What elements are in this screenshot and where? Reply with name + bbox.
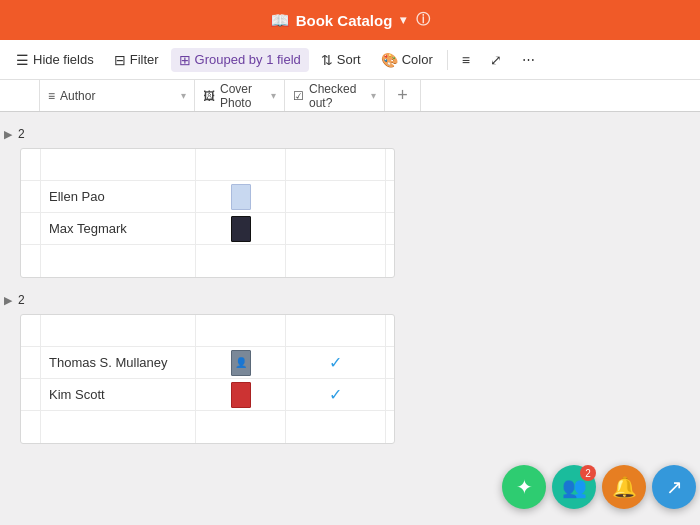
row-number xyxy=(21,379,41,410)
checkmark-icon: ✓ xyxy=(329,385,342,404)
add-icon: ✦ xyxy=(516,475,533,499)
author-col-chevron: ▾ xyxy=(181,90,186,101)
fab-users-button[interactable]: 👥 2 xyxy=(552,465,596,509)
group-icon: ⊞ xyxy=(179,52,191,68)
group-1-chevron[interactable]: ▶ xyxy=(4,128,12,141)
table-row: Kim Scott ✓ xyxy=(21,379,394,411)
sort-button[interactable]: ⇅ Sort xyxy=(313,48,369,72)
app-title: Book Catalog xyxy=(296,12,393,29)
group-1-table: Ellen Pao Max Tegmark xyxy=(20,148,395,278)
checked-col-icon: ☑ xyxy=(293,89,304,103)
color-button[interactable]: 🎨 Color xyxy=(373,48,441,72)
book-cover-thumbnail xyxy=(231,184,251,210)
catalog-icon: 📖 xyxy=(270,11,290,30)
checked-col-chevron: ▾ xyxy=(371,90,376,101)
toolbar: ☰ Hide fields ⊟ Filter ⊞ Grouped by 1 fi… xyxy=(0,40,700,80)
table-row: Max Tegmark xyxy=(21,213,394,245)
grid-header: ≡ Author ▾ 🖼 Cover Photo ▾ ☑ Checked out… xyxy=(0,80,700,112)
empty-row xyxy=(21,315,394,347)
checkmark-icon: ✓ xyxy=(329,353,342,372)
author-col-icon: ≡ xyxy=(48,89,55,103)
fab-share-button[interactable]: ↗ xyxy=(652,465,696,509)
toolbar-divider xyxy=(447,50,448,70)
row-height-icon: ≡ xyxy=(462,52,470,68)
hide-fields-button[interactable]: ☰ Hide fields xyxy=(8,48,102,72)
cell-checked[interactable] xyxy=(286,181,386,212)
add-column-button[interactable]: + xyxy=(385,80,421,111)
column-header-checked[interactable]: ☑ Checked out? ▾ xyxy=(285,80,385,111)
app-header: 📖 Book Catalog ▾ ⓘ xyxy=(0,0,700,40)
share-icon: ↗ xyxy=(666,475,683,499)
fab-notification-button[interactable]: 🔔 xyxy=(602,465,646,509)
cell-author[interactable]: Ellen Pao xyxy=(41,181,196,212)
grid-body: ▶ 2 Ellen Pao xyxy=(0,112,700,444)
filter-icon: ⊟ xyxy=(114,52,126,68)
more-options-button[interactable]: ⋯ xyxy=(514,48,543,71)
book-cover-thumbnail xyxy=(231,382,251,408)
group-2-chevron[interactable]: ▶ xyxy=(4,294,12,307)
cell-author[interactable]: Kim Scott xyxy=(41,379,196,410)
info-icon[interactable]: ⓘ xyxy=(416,11,430,29)
group-1-count: 2 xyxy=(18,127,25,141)
cell-checked[interactable]: ✓ xyxy=(286,379,386,410)
cell-cover[interactable] xyxy=(196,213,286,244)
cell-author[interactable]: Thomas S. Mullaney xyxy=(41,347,196,378)
group-1-header: ▶ 2 xyxy=(0,120,700,148)
sort-icon: ⇅ xyxy=(321,52,333,68)
group-1: ▶ 2 Ellen Pao xyxy=(0,120,700,278)
expand-button[interactable]: ⤢ xyxy=(482,48,510,72)
cover-col-icon: 🖼 xyxy=(203,89,215,103)
cell-author[interactable]: Max Tegmark xyxy=(41,213,196,244)
fab-container: ✦ 👥 2 🔔 ↗ xyxy=(502,465,696,509)
cell-cover[interactable] xyxy=(196,181,286,212)
fab-badge: 2 xyxy=(580,465,596,481)
cell-cover[interactable] xyxy=(196,379,286,410)
cell-checked[interactable]: ✓ xyxy=(286,347,386,378)
table-row: Ellen Pao xyxy=(21,181,394,213)
row-number xyxy=(21,213,41,244)
book-cover-thumbnail xyxy=(231,216,251,242)
row-height-button[interactable]: ≡ xyxy=(454,48,478,72)
cover-col-chevron: ▾ xyxy=(271,90,276,101)
grouped-by-button[interactable]: ⊞ Grouped by 1 field xyxy=(171,48,309,72)
fab-add-button[interactable]: ✦ xyxy=(502,465,546,509)
empty-row xyxy=(21,245,394,277)
group-2-table: Thomas S. Mullaney 👤 ✓ Kim Scott xyxy=(20,314,395,444)
table-row: Thomas S. Mullaney 👤 ✓ xyxy=(21,347,394,379)
cell-cover[interactable]: 👤 xyxy=(196,347,286,378)
column-header-author[interactable]: ≡ Author ▾ xyxy=(40,80,195,111)
book-cover-thumbnail: 👤 xyxy=(231,350,251,376)
hide-fields-icon: ☰ xyxy=(16,52,29,68)
title-chevron-icon[interactable]: ▾ xyxy=(400,13,406,27)
notification-icon: 🔔 xyxy=(612,475,637,499)
empty-row xyxy=(21,149,394,181)
group-2-count: 2 xyxy=(18,293,25,307)
group-2: ▶ 2 Thomas S. Mullaney 👤 ✓ xyxy=(0,286,700,444)
row-number xyxy=(21,181,41,212)
filter-button[interactable]: ⊟ Filter xyxy=(106,48,167,72)
row-num-header xyxy=(20,80,40,111)
color-icon: 🎨 xyxy=(381,52,398,68)
empty-row xyxy=(21,411,394,443)
group-2-header: ▶ 2 xyxy=(0,286,700,314)
expand-icon: ⤢ xyxy=(490,52,502,68)
column-header-cover[interactable]: 🖼 Cover Photo ▾ xyxy=(195,80,285,111)
cell-checked[interactable] xyxy=(286,213,386,244)
row-number xyxy=(21,347,41,378)
